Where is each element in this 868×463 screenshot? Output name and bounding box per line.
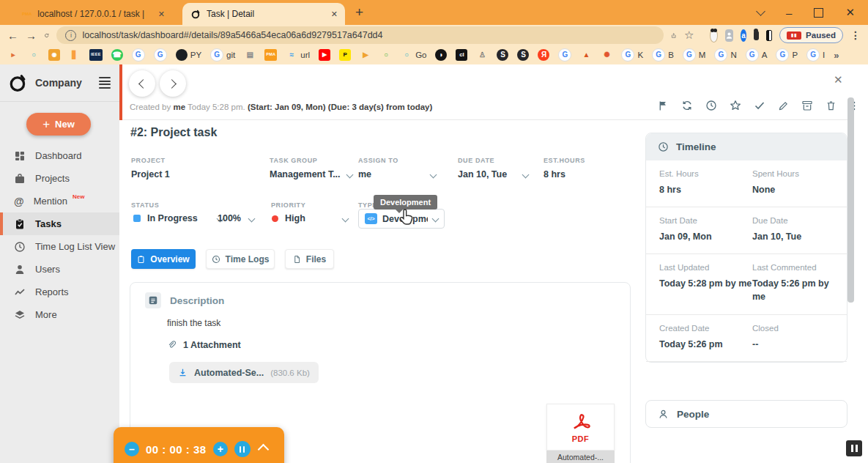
timer-decrease-button[interactable]: – bbox=[125, 442, 139, 456]
sidebar-item-users[interactable]: Users bbox=[0, 258, 119, 281]
bookmark-capture-icon[interactable]: ◉ bbox=[48, 49, 60, 61]
bookmark-s-circle-icon[interactable]: S bbox=[517, 49, 529, 61]
bookmark-colorful-arrows-icon[interactable]: ▸ bbox=[7, 49, 19, 61]
browser-tab-phpmyadmin[interactable]: PMA localhost / 127.0.0.1 / task | phpM … bbox=[13, 3, 172, 25]
bookmark-google-icon[interactable]: GA bbox=[746, 48, 768, 62]
bookmark-s-circle-icon[interactable]: S bbox=[497, 49, 508, 61]
sidebar-item-time-log-list-view[interactable]: Time Log List View bbox=[0, 235, 119, 258]
bookmark-github-icon[interactable]: PY bbox=[176, 49, 201, 61]
bookmark-google-icon[interactable]: G bbox=[132, 48, 145, 62]
share-icon[interactable] bbox=[671, 30, 676, 41]
bookmark-google-icon[interactable]: Ggit bbox=[210, 48, 235, 62]
bookmark-google-icon[interactable]: G bbox=[558, 48, 571, 62]
bookmark-ieee-icon[interactable]: IEEE bbox=[89, 49, 103, 61]
bookmark-google-icon[interactable]: GB bbox=[652, 48, 674, 62]
delete-icon[interactable] bbox=[826, 100, 837, 111]
sidebar-toggle-icon[interactable] bbox=[99, 77, 111, 89]
window-maximize-button[interactable] bbox=[814, 8, 823, 18]
browser-reload-button[interactable] bbox=[44, 30, 49, 41]
close-detail-icon[interactable]: ✕ bbox=[834, 73, 843, 86]
assign-to-select[interactable]: me bbox=[358, 169, 436, 179]
bookmark-google-icon[interactable]: GN bbox=[714, 48, 736, 62]
panda-extension-icon[interactable] bbox=[710, 29, 717, 42]
sidebar-item-tasks[interactable]: Tasks bbox=[0, 212, 119, 235]
sidebar-item-dashboard[interactable]: Dashboard bbox=[0, 144, 119, 167]
bookmark-url-shortener-icon[interactable]: ≈url bbox=[286, 49, 310, 61]
bookmark-p-yellow-icon[interactable]: P bbox=[339, 49, 351, 61]
bookmark-whatsapp-icon[interactable]: ☎ bbox=[111, 49, 123, 61]
browser-menu-icon[interactable]: ⋮ bbox=[850, 29, 861, 41]
due-date-select[interactable]: Jan 10, Tue bbox=[458, 169, 528, 179]
bookmark-google-icon[interactable]: GI bbox=[806, 48, 825, 62]
sync-icon[interactable] bbox=[681, 100, 693, 111]
scrollbar-thumb[interactable] bbox=[847, 97, 854, 303]
bookmark-godaddy-go-icon[interactable]: ○Go bbox=[401, 49, 426, 61]
bookmark-bookmarks-overflow-icon[interactable]: » bbox=[834, 50, 839, 61]
sidebar-item-reports[interactable]: Reports bbox=[0, 281, 119, 303]
tab-files[interactable]: Files bbox=[285, 249, 334, 269]
bookmark-bird-icon[interactable]: ◗ bbox=[435, 49, 447, 61]
a-extension-icon[interactable]: a bbox=[741, 29, 746, 42]
recording-pause-overlay[interactable] bbox=[846, 440, 862, 456]
dark-mode-extension-icon[interactable] bbox=[766, 30, 772, 41]
attachment-chip[interactable]: Automated-Se... (830.6 Kb) bbox=[169, 362, 319, 383]
browser-tab-task-detail[interactable]: Task | Detail ✕ bbox=[182, 3, 345, 25]
tab-overview[interactable]: Overview bbox=[131, 249, 196, 269]
bookmark-analytics-icon[interactable]: ▋ bbox=[69, 49, 81, 61]
bookmark-star-icon[interactable]: ☆ bbox=[684, 29, 694, 42]
extensions-puzzle-icon[interactable] bbox=[754, 31, 758, 40]
timeline-value: None bbox=[752, 183, 834, 196]
task-group-select[interactable]: Management T... bbox=[270, 169, 352, 179]
timer-pause-button[interactable] bbox=[234, 441, 251, 457]
bookmark-green-ring-icon[interactable]: ○ bbox=[380, 49, 392, 61]
bookmark-godaddy-icon[interactable]: ○ bbox=[28, 49, 40, 61]
tab-close-icon[interactable]: ✕ bbox=[158, 10, 165, 19]
bookmark-google-icon[interactable]: GM bbox=[683, 48, 706, 62]
browser-forward-button[interactable]: → bbox=[26, 29, 37, 42]
people-panel[interactable]: People bbox=[645, 400, 847, 428]
timeline-header[interactable]: Timeline bbox=[646, 133, 847, 160]
prev-task-button[interactable] bbox=[129, 70, 155, 97]
progress-percent-select[interactable]: 100% bbox=[218, 213, 254, 223]
window-close-button[interactable]: ✕ bbox=[845, 6, 855, 19]
check-icon[interactable] bbox=[754, 100, 765, 111]
new-tab-button[interactable]: + bbox=[355, 4, 363, 25]
browser-back-button[interactable]: ← bbox=[7, 29, 18, 42]
star-icon[interactable] bbox=[730, 100, 741, 111]
tab-close-icon[interactable]: ✕ bbox=[331, 10, 338, 19]
bookmark-youtube-icon[interactable]: ▶ bbox=[319, 49, 330, 61]
sidebar-item-projects[interactable]: Projects bbox=[0, 167, 119, 190]
bookmark-cl-icon[interactable]: cl bbox=[456, 49, 467, 61]
bookmark-yandex-icon[interactable]: Я bbox=[538, 49, 549, 61]
schedule-text: (Start: Jan 09, Mon) (Due: 3 day(s) from… bbox=[248, 103, 432, 111]
sidebar-item-more[interactable]: More bbox=[0, 303, 119, 326]
address-bar[interactable]: i localhost/task/dashboard#/details/89a5… bbox=[56, 26, 664, 44]
tab-time-logs[interactable]: Time Logs bbox=[206, 249, 275, 269]
priority-select[interactable]: High bbox=[272, 213, 348, 223]
timer-collapse-icon[interactable] bbox=[258, 443, 270, 455]
next-task-button[interactable] bbox=[160, 70, 186, 97]
bookmark-google-icon[interactable]: GK bbox=[621, 48, 643, 62]
pdf-preview[interactable]: PDF Automated-... bbox=[546, 404, 615, 463]
bookmark-phpmyadmin-icon[interactable]: PMA bbox=[264, 49, 277, 61]
edit-icon[interactable] bbox=[778, 100, 789, 111]
flag-icon[interactable] bbox=[658, 100, 669, 111]
new-task-button[interactable]: + New bbox=[26, 113, 91, 136]
bookmark-matlab-icon[interactable]: ▲ bbox=[580, 49, 592, 61]
site-info-icon[interactable]: i bbox=[65, 30, 76, 41]
bookmark-spider-icon[interactable]: ✺ bbox=[601, 49, 612, 61]
bookmark-google-icon[interactable]: GP bbox=[776, 48, 798, 62]
profile-extension-icon[interactable] bbox=[725, 29, 733, 42]
status-select[interactable]: In Progress bbox=[133, 213, 223, 223]
history-clock-icon[interactable] bbox=[705, 100, 717, 111]
paused-extension-button[interactable]: ▮▮ Paused bbox=[779, 27, 843, 43]
bookmark-google-icon[interactable]: G bbox=[154, 48, 167, 62]
bookmark-video-camera-icon[interactable]: ▶ bbox=[360, 49, 371, 61]
window-dropdown-icon[interactable] bbox=[756, 7, 765, 16]
archive-icon[interactable] bbox=[801, 100, 813, 111]
sidebar-item-mention[interactable]: @MentionNew bbox=[0, 190, 119, 212]
timer-increase-button[interactable]: + bbox=[213, 442, 228, 456]
bookmark-printer-icon[interactable]: ▤ bbox=[244, 49, 256, 61]
bookmark-skier-icon[interactable]: ♙ bbox=[476, 49, 488, 61]
window-minimize-button[interactable]: – bbox=[786, 7, 792, 19]
